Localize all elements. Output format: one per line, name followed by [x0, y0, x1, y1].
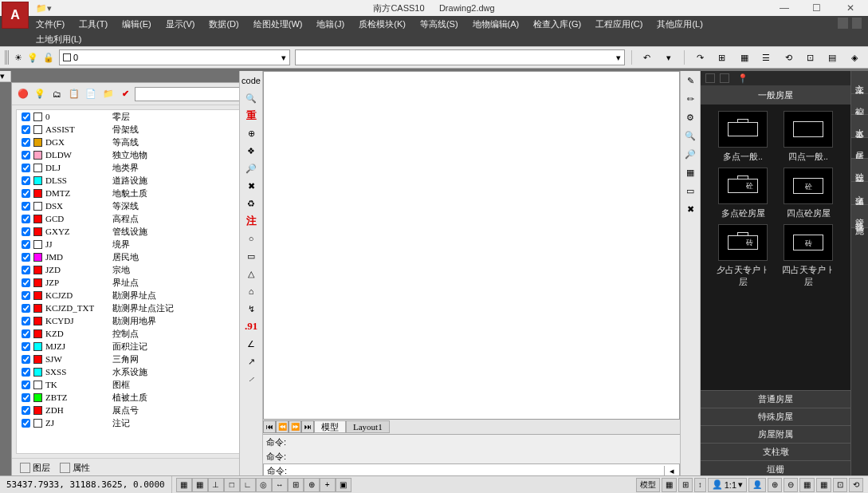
layer-row[interactable]: KCJZD 勘测界址点 [17, 289, 245, 302]
layer-row[interactable]: KCYDJ 勘测用地界 [17, 314, 245, 327]
layer-row[interactable]: GXYZ 管线设施 [17, 225, 245, 238]
layer-row[interactable]: DMTZ 地貌土质 [17, 187, 245, 199]
vtoolbar-button[interactable]: .91 [242, 318, 261, 334]
vtoolbar-button[interactable]: 🔍 [242, 90, 261, 106]
palette-item[interactable]: 砖夕占天专户ㅏ层 [714, 224, 772, 288]
palette-section[interactable]: 特殊房屋 [701, 408, 850, 425]
vtoolbar-button[interactable]: ✖ [242, 178, 261, 194]
lt-btn-3[interactable]: 📋 [66, 86, 81, 102]
model-nav-button[interactable]: ⏮ [263, 420, 276, 433]
app-logo[interactable]: A [2, 2, 29, 29]
open-dropdown[interactable]: 📁▾ [36, 3, 52, 14]
layer-row[interactable]: TK 图框 [17, 378, 245, 391]
mdi-minimize-button[interactable] [838, 18, 848, 29]
layer-row[interactable]: ZDH 展点号 [17, 404, 245, 416]
layer-row[interactable]: KCJZD_TXT 勘测界址点注记 [17, 302, 245, 314]
tb-btn-3[interactable]: ☰ [757, 49, 775, 66]
vtoolbar-button[interactable]: △ [242, 266, 261, 282]
side-tab[interactable]: 控制点 [851, 94, 868, 115]
menu-item[interactable]: 文件(F) [36, 18, 65, 30]
palette-icon-2[interactable] [720, 73, 729, 83]
layer-checkbox[interactable] [22, 253, 30, 262]
check-icon[interactable]: ✔ [118, 86, 133, 102]
layer-row[interactable]: JZP 界址点 [17, 276, 245, 289]
vtoolbar-button[interactable]: ▭ [242, 248, 261, 264]
layer-row[interactable]: 0 零层 [17, 110, 245, 123]
palette-icon-1[interactable] [705, 73, 715, 83]
menu-item[interactable]: 质检模块(K) [359, 18, 406, 30]
tb-btn-4[interactable]: ⟲ [780, 49, 797, 66]
status-toggle[interactable]: ↔ [272, 478, 288, 492]
layer-checkbox[interactable] [22, 393, 30, 402]
layer-checkbox[interactable] [22, 355, 30, 364]
side-tab[interactable]: 交通设施 [851, 182, 868, 205]
layer-checkbox[interactable] [22, 125, 30, 134]
layer-checkbox[interactable] [22, 342, 30, 351]
linetype-combo[interactable]: ▾ [295, 49, 625, 65]
status-toggle[interactable]: ▣ [336, 478, 352, 492]
layer-checkbox[interactable] [22, 368, 30, 377]
model-nav-button[interactable]: ⏩ [289, 420, 301, 433]
lt-btn-2[interactable]: 🗂 [49, 86, 65, 102]
lt-btn-1[interactable]: 💡 [32, 86, 47, 102]
menu-item[interactable]: 地籍(J) [316, 18, 344, 30]
vtoolbar-button[interactable]: 🔎 [242, 160, 261, 176]
layer-checkbox[interactable] [22, 406, 30, 415]
side-tab[interactable]: 水系设施 [851, 115, 868, 138]
menu-item[interactable]: 土地利用(L) [36, 34, 81, 45]
vtoolbar-button[interactable]: ↗ [242, 353, 261, 369]
menu-item[interactable]: 等高线(S) [420, 18, 458, 30]
menu-item[interactable]: 绘图处理(W) [253, 18, 303, 30]
rvbar-button[interactable]: ✖ [681, 201, 700, 217]
tab-properties[interactable]: 属性 [60, 462, 90, 474]
layer-row[interactable]: JJ 境界 [17, 238, 245, 250]
status-toggle[interactable]: ⊥ [208, 478, 224, 492]
layer-checkbox[interactable] [22, 189, 30, 198]
rvbar-button[interactable]: ▭ [681, 183, 700, 199]
status-scale[interactable]: 👤 1:1 ▾ [708, 478, 747, 492]
lt-btn-4[interactable]: 📄 [84, 86, 99, 102]
tab-layout1[interactable]: Layout1 [346, 420, 390, 433]
layer-checkbox[interactable] [22, 176, 30, 185]
layer-checkbox[interactable] [22, 304, 30, 313]
status-toggle[interactable]: + [320, 478, 336, 492]
layer-checkbox[interactable] [22, 278, 30, 287]
status-toggle[interactable]: ◎ [256, 478, 272, 492]
undo-drop-button[interactable]: ▾ [661, 49, 678, 66]
side-tab[interactable]: 管线设施 [851, 205, 868, 228]
palette-item[interactable]: 砖四占天专户ㅏ层 [780, 224, 837, 288]
command-chevron-icon[interactable]: ◂ [664, 466, 679, 476]
vtoolbar-button[interactable]: ↯ [242, 301, 261, 317]
menu-item[interactable]: 显示(V) [166, 18, 195, 30]
palette-section[interactable]: 房屋附属 [701, 425, 850, 443]
redo-button[interactable]: ↷ [691, 49, 709, 66]
status-right-button[interactable]: 👤 [748, 478, 766, 492]
status-right-button[interactable]: ⊖ [784, 478, 798, 492]
menu-item[interactable]: 编辑(E) [122, 18, 151, 30]
menu-item[interactable]: 工程应用(C) [595, 18, 642, 30]
tb-btn-1[interactable]: ⊞ [713, 49, 731, 66]
rvbar-button[interactable]: ▦ [681, 164, 700, 180]
menu-item[interactable]: 地物编辑(A) [473, 18, 520, 30]
menu-item[interactable]: 其他应用(L) [657, 18, 702, 30]
lt-btn-5[interactable]: 📁 [100, 86, 116, 102]
status-toggle[interactable]: ⊞ [288, 478, 304, 492]
vtoolbar-button[interactable]: 重 [242, 108, 261, 124]
vtoolbar-button[interactable]: ♻ [242, 195, 261, 211]
mdi-close-button[interactable] [852, 18, 862, 29]
filter-icon[interactable]: 🔴 [15, 86, 30, 102]
vtoolbar-button[interactable]: 注 [242, 213, 261, 229]
doc-tab-handle[interactable]: ▾ [0, 71, 11, 82]
rvbar-button[interactable]: ✎ [681, 73, 700, 89]
layer-row[interactable]: MJZJ 面积注记 [17, 340, 245, 353]
vtoolbar-button[interactable]: code [242, 73, 261, 89]
layer-checkbox[interactable] [22, 240, 30, 249]
rvbar-button[interactable]: ✏ [681, 91, 700, 107]
layer-row[interactable]: ASSIST 骨架线 [17, 123, 245, 136]
layer-checkbox[interactable] [22, 291, 30, 300]
layer-checkbox[interactable] [22, 138, 30, 147]
layer-row[interactable]: KZD 控制点 [17, 327, 245, 340]
layer-row[interactable]: DLJ 地类界 [17, 161, 245, 174]
layer-checkbox[interactable] [22, 329, 30, 338]
palette-item[interactable]: 砼多点砼房屋 [714, 168, 772, 219]
